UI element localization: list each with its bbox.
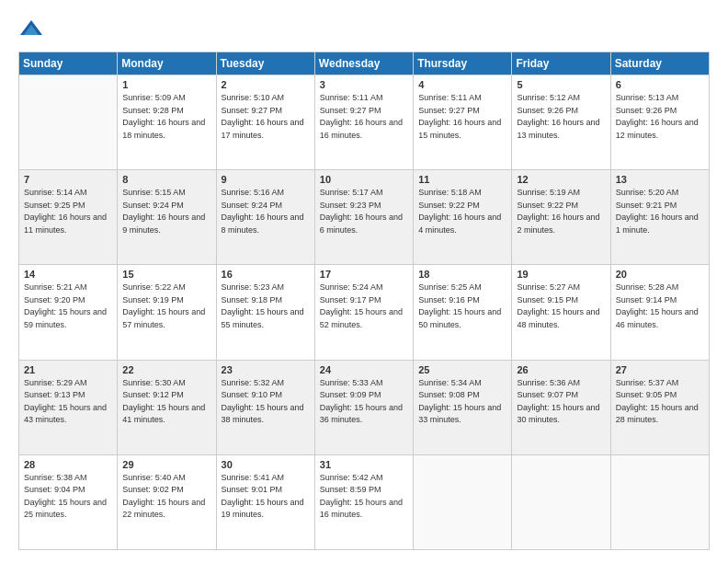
day-info: Sunrise: 5:22 AMSunset: 9:19 PMDaylight:…	[122, 282, 210, 331]
weekday-header-monday: Monday	[118, 52, 216, 75]
calendar-cell: 26Sunrise: 5:36 AMSunset: 9:07 PMDayligh…	[512, 360, 610, 454]
day-info: Sunrise: 5:32 AMSunset: 9:10 PMDaylight:…	[222, 377, 310, 427]
calendar-table: SundayMondayTuesdayWednesdayThursdayFrid…	[18, 52, 710, 550]
day-info: Sunrise: 5:23 AMSunset: 9:18 PMDaylight:…	[222, 282, 310, 331]
calendar-cell: 1Sunrise: 5:09 AMSunset: 9:28 PMDaylight…	[118, 75, 216, 170]
day-info: Sunrise: 5:11 AMSunset: 9:27 PMDaylight:…	[320, 92, 408, 142]
calendar-cell: 22Sunrise: 5:30 AMSunset: 9:12 PMDayligh…	[118, 360, 216, 454]
day-info: Sunrise: 5:29 AMSunset: 9:13 PMDaylight:…	[24, 377, 112, 427]
calendar-cell: 9Sunrise: 5:16 AMSunset: 9:24 PMDaylight…	[216, 170, 314, 265]
day-number: 30	[222, 459, 310, 470]
day-info: Sunrise: 5:27 AMSunset: 9:15 PMDaylight:…	[517, 282, 605, 331]
day-number: 10	[320, 174, 408, 185]
calendar-cell: 30Sunrise: 5:41 AMSunset: 9:01 PMDayligh…	[216, 454, 314, 549]
day-number: 31	[320, 459, 408, 470]
day-number: 27	[616, 364, 704, 375]
day-info: Sunrise: 5:37 AMSunset: 9:05 PMDaylight:…	[616, 377, 704, 427]
day-info: Sunrise: 5:25 AMSunset: 9:16 PMDaylight:…	[418, 282, 506, 331]
calendar-cell: 17Sunrise: 5:24 AMSunset: 9:17 PMDayligh…	[314, 265, 413, 360]
calendar-cell: 21Sunrise: 5:29 AMSunset: 9:13 PMDayligh…	[19, 360, 118, 454]
day-info: Sunrise: 5:10 AMSunset: 9:27 PMDaylight:…	[222, 92, 310, 142]
calendar-cell: 12Sunrise: 5:19 AMSunset: 9:22 PMDayligh…	[512, 170, 610, 265]
calendar-cell	[19, 75, 118, 170]
day-number: 5	[517, 79, 605, 90]
calendar-cell: 8Sunrise: 5:15 AMSunset: 9:24 PMDaylight…	[118, 170, 216, 265]
calendar-cell: 13Sunrise: 5:20 AMSunset: 9:21 PMDayligh…	[610, 170, 709, 265]
day-info: Sunrise: 5:11 AMSunset: 9:27 PMDaylight:…	[418, 92, 506, 142]
calendar-cell	[610, 454, 709, 549]
day-info: Sunrise: 5:19 AMSunset: 9:22 PMDaylight:…	[517, 187, 605, 236]
day-info: Sunrise: 5:38 AMSunset: 9:04 PMDaylight:…	[24, 472, 112, 522]
calendar-week-row: 7Sunrise: 5:14 AMSunset: 9:25 PMDaylight…	[19, 170, 710, 265]
day-info: Sunrise: 5:18 AMSunset: 9:22 PMDaylight:…	[418, 187, 506, 236]
day-number: 28	[24, 459, 112, 470]
calendar-cell: 25Sunrise: 5:34 AMSunset: 9:08 PMDayligh…	[414, 360, 512, 454]
logo	[18, 17, 50, 42]
day-number: 8	[122, 174, 210, 185]
calendar-cell: 10Sunrise: 5:17 AMSunset: 9:23 PMDayligh…	[314, 170, 413, 265]
calendar-cell: 19Sunrise: 5:27 AMSunset: 9:15 PMDayligh…	[512, 265, 610, 360]
day-info: Sunrise: 5:30 AMSunset: 9:12 PMDaylight:…	[122, 377, 210, 427]
calendar-week-row: 28Sunrise: 5:38 AMSunset: 9:04 PMDayligh…	[19, 454, 710, 549]
day-number: 11	[418, 174, 506, 185]
day-number: 2	[222, 79, 310, 90]
calendar-cell: 2Sunrise: 5:10 AMSunset: 9:27 PMDaylight…	[216, 75, 314, 170]
day-info: Sunrise: 5:14 AMSunset: 9:25 PMDaylight:…	[24, 187, 112, 236]
calendar-cell: 27Sunrise: 5:37 AMSunset: 9:05 PMDayligh…	[610, 360, 709, 454]
weekday-header-sunday: Sunday	[19, 52, 118, 75]
day-number: 1	[122, 79, 210, 90]
calendar-cell: 18Sunrise: 5:25 AMSunset: 9:16 PMDayligh…	[414, 265, 512, 360]
day-info: Sunrise: 5:36 AMSunset: 9:07 PMDaylight:…	[517, 377, 605, 427]
day-info: Sunrise: 5:09 AMSunset: 9:28 PMDaylight:…	[122, 92, 210, 142]
day-info: Sunrise: 5:42 AMSunset: 8:59 PMDaylight:…	[320, 472, 408, 522]
day-number: 4	[418, 79, 506, 90]
day-info: Sunrise: 5:12 AMSunset: 9:26 PMDaylight:…	[517, 92, 605, 142]
calendar-week-row: 1Sunrise: 5:09 AMSunset: 9:28 PMDaylight…	[19, 75, 710, 170]
day-number: 18	[418, 269, 506, 280]
weekday-header-row: SundayMondayTuesdayWednesdayThursdayFrid…	[19, 52, 710, 75]
day-number: 3	[320, 79, 408, 90]
calendar-cell: 31Sunrise: 5:42 AMSunset: 8:59 PMDayligh…	[314, 454, 413, 549]
day-number: 16	[222, 269, 310, 280]
day-info: Sunrise: 5:16 AMSunset: 9:24 PMDaylight:…	[222, 187, 310, 236]
day-info: Sunrise: 5:13 AMSunset: 9:26 PMDaylight:…	[616, 92, 704, 142]
day-number: 29	[122, 459, 210, 470]
day-number: 14	[24, 269, 112, 280]
calendar-cell	[512, 454, 610, 549]
day-info: Sunrise: 5:28 AMSunset: 9:14 PMDaylight:…	[616, 282, 704, 331]
day-info: Sunrise: 5:24 AMSunset: 9:17 PMDaylight:…	[320, 282, 408, 331]
calendar-cell: 24Sunrise: 5:33 AMSunset: 9:09 PMDayligh…	[314, 360, 413, 454]
day-info: Sunrise: 5:33 AMSunset: 9:09 PMDaylight:…	[320, 377, 408, 427]
logo-icon	[18, 17, 44, 42]
weekday-header-wednesday: Wednesday	[314, 52, 413, 75]
calendar-cell: 6Sunrise: 5:13 AMSunset: 9:26 PMDaylight…	[610, 75, 709, 170]
calendar-cell: 23Sunrise: 5:32 AMSunset: 9:10 PMDayligh…	[216, 360, 314, 454]
calendar-cell: 28Sunrise: 5:38 AMSunset: 9:04 PMDayligh…	[19, 454, 118, 549]
day-info: Sunrise: 5:20 AMSunset: 9:21 PMDaylight:…	[616, 187, 704, 236]
calendar-cell: 15Sunrise: 5:22 AMSunset: 9:19 PMDayligh…	[118, 265, 216, 360]
day-number: 12	[517, 174, 605, 185]
day-number: 20	[616, 269, 704, 280]
day-number: 23	[222, 364, 310, 375]
calendar-cell: 4Sunrise: 5:11 AMSunset: 9:27 PMDaylight…	[414, 75, 512, 170]
weekday-header-tuesday: Tuesday	[216, 52, 314, 75]
day-number: 15	[122, 269, 210, 280]
day-info: Sunrise: 5:40 AMSunset: 9:02 PMDaylight:…	[122, 472, 210, 522]
day-number: 13	[616, 174, 704, 185]
day-number: 19	[517, 269, 605, 280]
day-info: Sunrise: 5:41 AMSunset: 9:01 PMDaylight:…	[222, 472, 310, 522]
day-number: 26	[517, 364, 605, 375]
calendar-cell: 11Sunrise: 5:18 AMSunset: 9:22 PMDayligh…	[414, 170, 512, 265]
calendar-cell: 3Sunrise: 5:11 AMSunset: 9:27 PMDaylight…	[314, 75, 413, 170]
day-number: 17	[320, 269, 408, 280]
day-info: Sunrise: 5:17 AMSunset: 9:23 PMDaylight:…	[320, 187, 408, 236]
day-number: 22	[122, 364, 210, 375]
weekday-header-saturday: Saturday	[610, 52, 709, 75]
calendar-cell: 5Sunrise: 5:12 AMSunset: 9:26 PMDaylight…	[512, 75, 610, 170]
day-info: Sunrise: 5:15 AMSunset: 9:24 PMDaylight:…	[122, 187, 210, 236]
calendar-cell: 7Sunrise: 5:14 AMSunset: 9:25 PMDaylight…	[19, 170, 118, 265]
calendar-cell: 16Sunrise: 5:23 AMSunset: 9:18 PMDayligh…	[216, 265, 314, 360]
calendar-cell	[414, 454, 512, 549]
calendar-cell: 20Sunrise: 5:28 AMSunset: 9:14 PMDayligh…	[610, 265, 709, 360]
day-number: 25	[418, 364, 506, 375]
